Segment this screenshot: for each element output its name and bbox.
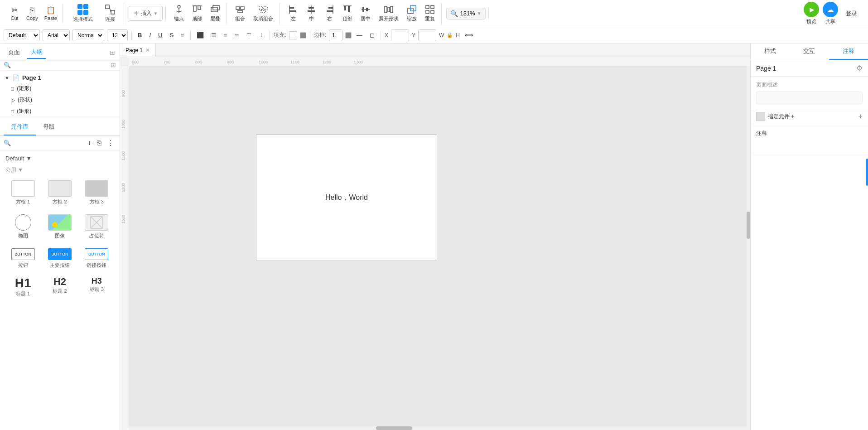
select-mode-button[interactable]: 选择模式: [68, 2, 98, 24]
strikethrough-button[interactable]: S: [167, 31, 176, 39]
copy-button[interactable]: ⎘ Copy: [24, 5, 41, 23]
anchor-button[interactable]: 锚点: [170, 3, 188, 24]
h-scrollbar[interactable]: [129, 426, 747, 430]
outline-item-0[interactable]: □ (矩形): [0, 83, 120, 94]
comp-h3[interactable]: H3 标题 3: [79, 275, 114, 299]
page-description-input[interactable]: [756, 92, 863, 104]
canvas-area[interactable]: Page 1 ✕ 600 700 800 900 1000 1100 1200 …: [120, 43, 750, 430]
align-top-button[interactable]: 顶部: [339, 3, 356, 24]
pages-tab[interactable]: 页面: [5, 47, 24, 58]
page1-outline-item[interactable]: ▼ 📄 Page 1: [0, 72, 120, 83]
annotation-input[interactable]: [751, 141, 868, 153]
comp-search-input[interactable]: [14, 140, 84, 146]
comp-box2[interactable]: 方框 2: [42, 178, 77, 208]
italic-button[interactable]: I: [147, 31, 153, 39]
share-button[interactable]: ☁ 共享: [823, 2, 838, 25]
h-action-button[interactable]: ⟺: [463, 31, 476, 39]
distribute-button[interactable]: 展开形状: [375, 3, 402, 24]
v-scrollbar[interactable]: [747, 66, 750, 430]
h-scroll-thumb[interactable]: [376, 426, 412, 430]
paste-button[interactable]: 📋 Paste: [42, 4, 60, 23]
login-button[interactable]: 登录: [842, 8, 861, 19]
specify-color-box[interactable]: [756, 112, 765, 121]
align-left-fmt-button[interactable]: ⬛: [194, 31, 206, 39]
comp-library-select[interactable]: Default ▼: [5, 155, 32, 162]
svg-rect-26: [344, 6, 346, 10]
align-center-fmt-button[interactable]: ☰: [209, 31, 219, 39]
weight-select[interactable]: Normal: [72, 29, 104, 41]
library-tab[interactable]: 元件库: [4, 119, 36, 135]
align-left-button[interactable]: 左: [285, 3, 302, 24]
preview-button[interactable]: 预览: [804, 2, 819, 25]
comp-h1[interactable]: H1 标题 1: [5, 275, 40, 299]
border-corner-button[interactable]: ◻: [367, 31, 377, 39]
comp-menu-button[interactable]: ⋮: [105, 138, 116, 148]
comp-btn-link[interactable]: BUTTON 链接按钮: [79, 246, 114, 271]
style-select[interactable]: Default: [4, 29, 40, 41]
outline-item-1[interactable]: ▷ (形状): [0, 94, 120, 106]
comp-btn-primary[interactable]: BUTTON 主要按钮: [42, 246, 77, 271]
chevron-down-icon: ▼: [26, 155, 32, 162]
align-right-fmt-button[interactable]: ≡: [222, 31, 230, 39]
zoom-group: 🔍 131% ▼: [444, 8, 488, 19]
page1-tab-close[interactable]: ✕: [145, 47, 150, 53]
size-select[interactable]: 13: [107, 29, 128, 41]
fill-color-gray[interactable]: [300, 32, 306, 39]
text-top-button[interactable]: ⊤: [244, 31, 254, 39]
page1-tab[interactable]: Page 1 ✕: [120, 43, 156, 57]
outline-search-input[interactable]: [13, 62, 111, 68]
align-vcenter-button[interactable]: 居中: [357, 3, 374, 24]
cut-button[interactable]: ✂ Cut: [6, 4, 23, 23]
style-tab[interactable]: 样式: [751, 43, 790, 60]
comp-h2[interactable]: H2 标题 2: [42, 275, 77, 299]
comp-copy-button[interactable]: ⎘: [95, 138, 103, 148]
layer-button[interactable]: 层叠: [207, 3, 224, 24]
underline-button[interactable]: U: [156, 31, 164, 39]
outline-tab[interactable]: 大纲: [27, 46, 46, 59]
align-right-button[interactable]: 右: [321, 3, 338, 24]
canvas-scroll[interactable]: Hello，World: [129, 66, 750, 430]
zoom-control[interactable]: 🔍 131% ▼: [446, 8, 485, 19]
align-justify-button[interactable]: ≣: [232, 31, 241, 39]
border-color[interactable]: [345, 32, 352, 39]
comp-box1[interactable]: 方框 1: [5, 178, 40, 208]
specify-plus-button[interactable]: +: [858, 112, 863, 121]
fill-color-white[interactable]: [289, 31, 297, 39]
insert-button[interactable]: + 插入 ▼: [129, 6, 163, 21]
outline-item-2[interactable]: □ (矩形): [0, 106, 120, 117]
comp-add-button[interactable]: +: [86, 138, 93, 148]
top-align-button[interactable]: 顶部: [188, 3, 206, 24]
comp-image[interactable]: 图像: [42, 212, 77, 242]
comp-ellipse[interactable]: 椭图: [5, 212, 40, 242]
connect-button[interactable]: 连接: [99, 2, 121, 24]
page-canvas[interactable]: Hello，World: [256, 134, 437, 261]
x-input[interactable]: [391, 29, 409, 41]
ungroup-button[interactable]: 取消组合: [250, 3, 277, 24]
interact-tab[interactable]: 交互: [790, 43, 829, 60]
align-center-button[interactable]: 中: [303, 3, 320, 24]
outline-filter-button[interactable]: ⊞: [110, 49, 115, 56]
svg-text:1200: 1200: [121, 183, 125, 192]
bold-button[interactable]: B: [135, 31, 144, 39]
right-panel-settings-icon[interactable]: ⚙: [856, 64, 863, 72]
box3-icon: [85, 180, 108, 197]
master-tab[interactable]: 母版: [36, 119, 62, 135]
font-select[interactable]: Arial: [43, 29, 70, 41]
border-style-button[interactable]: —: [354, 31, 365, 39]
right-resize-handle[interactable]: [866, 159, 868, 186]
y-input[interactable]: [418, 29, 436, 41]
annotation-tab[interactable]: 注释: [829, 43, 868, 60]
comp-placeholder[interactable]: 占位符: [79, 212, 114, 242]
v-scroll-thumb[interactable]: [747, 212, 750, 239]
list-button[interactable]: ≡: [178, 31, 187, 39]
group-button[interactable]: 组合: [231, 3, 249, 24]
comp-box3[interactable]: 方框 3: [79, 178, 114, 208]
scale-button[interactable]: 缩放: [403, 3, 420, 24]
canvas-content: Hello，World: [325, 193, 368, 203]
separator-4: [310, 31, 310, 40]
repeat-button[interactable]: 重复: [421, 3, 439, 24]
comp-btn-default[interactable]: BUTTON 按钮: [5, 246, 40, 271]
text-middle-button[interactable]: ⊥: [256, 31, 266, 39]
outline-filter-icon[interactable]: ⊞: [111, 61, 116, 68]
border-value-input[interactable]: [329, 29, 342, 41]
